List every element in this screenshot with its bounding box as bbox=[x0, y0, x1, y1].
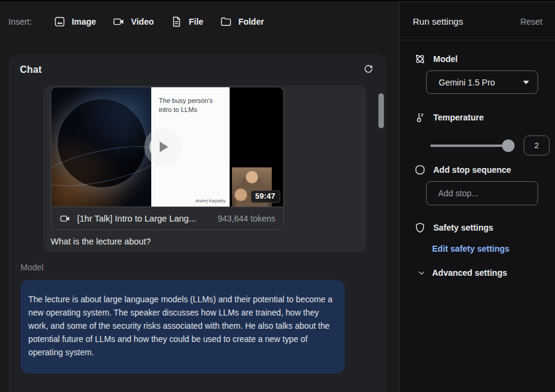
chevron-down-icon bbox=[416, 268, 426, 278]
model-setting-row: Model bbox=[400, 53, 555, 65]
safety-setting-label: Safety settings bbox=[433, 223, 494, 232]
temperature-setting-label: Temperature bbox=[433, 113, 484, 122]
videocam-icon bbox=[59, 213, 71, 225]
insert-folder-label: Folder bbox=[238, 17, 264, 26]
temperature-setting-row: Temperature bbox=[400, 111, 555, 123]
temperature-slider-track[interactable] bbox=[430, 145, 513, 147]
video-icon bbox=[113, 16, 125, 28]
video-attachment-card[interactable]: The busy person's intro to LLMs Andrej K… bbox=[51, 87, 284, 230]
slide-author-text: Andrej Karpathy bbox=[195, 199, 225, 203]
model-selected-value: Gemini 1.5 Pro bbox=[439, 78, 495, 87]
temperature-slider-handle[interactable] bbox=[502, 139, 515, 152]
safety-setting-row: Safety settings bbox=[400, 222, 555, 234]
insert-file-label: File bbox=[189, 17, 203, 26]
chat-scroll-area: The busy person's intro to LLMs Andrej K… bbox=[8, 86, 386, 392]
video-duration-badge: 59:47 bbox=[251, 190, 280, 203]
stop-sequence-input[interactable] bbox=[426, 181, 538, 205]
run-settings-title: Run settings bbox=[413, 16, 463, 26]
shield-icon bbox=[414, 222, 426, 234]
model-turn: Model The lecture is about large languag… bbox=[20, 263, 345, 373]
video-thumbnail[interactable]: The busy person's intro to LLMs Andrej K… bbox=[51, 87, 283, 207]
chevron-down-icon bbox=[523, 81, 529, 84]
stop-octagon-icon bbox=[414, 164, 426, 176]
insert-file-button[interactable]: File bbox=[171, 16, 203, 28]
window-top-edge bbox=[0, 0, 555, 2]
folder-icon bbox=[220, 16, 232, 28]
video-meta-row: [1hr Talk] Intro to Large Lang... 943,64… bbox=[51, 207, 283, 229]
model-select-dropdown[interactable]: Gemini 1.5 Pro bbox=[426, 70, 538, 94]
chat-scrollbar-thumb[interactable] bbox=[378, 93, 384, 128]
chat-panel: Chat bbox=[8, 54, 386, 392]
chat-header: Chat bbox=[8, 54, 386, 86]
user-question-text: What is the lecture about? bbox=[51, 237, 366, 246]
edit-safety-settings-link[interactable]: Edit safety settings bbox=[432, 244, 509, 254]
refresh-icon bbox=[363, 63, 374, 76]
chat-title: Chat bbox=[20, 64, 42, 75]
reset-button[interactable]: Reset bbox=[520, 17, 542, 26]
main-content-area: Insert: Image Video bbox=[0, 3, 400, 392]
safety-section: Safety settings Edit safety settings bbox=[400, 222, 555, 254]
image-icon bbox=[54, 16, 66, 28]
stop-setting-row: Add stop sequence bbox=[400, 164, 555, 176]
user-message-container: The busy person's intro to LLMs Andrej K… bbox=[43, 86, 366, 252]
insert-video-button[interactable]: Video bbox=[113, 16, 154, 28]
insert-image-label: Image bbox=[72, 17, 96, 26]
run-settings-panel: Run settings Reset Model Gemini 1.5 Pro bbox=[400, 3, 555, 392]
file-icon bbox=[171, 16, 183, 28]
model-icon bbox=[414, 53, 426, 65]
slide-title-text: The busy person's intro to LLMs bbox=[151, 87, 230, 114]
advanced-settings-toggle[interactable]: Advanced settings bbox=[400, 268, 555, 278]
temperature-slider-row: 2 bbox=[430, 135, 550, 155]
stop-sequence-section: Add stop sequence bbox=[400, 164, 555, 205]
refresh-chat-button[interactable] bbox=[360, 61, 377, 78]
video-title: [1hr Talk] Intro to Large Lang... bbox=[77, 214, 196, 223]
play-button[interactable] bbox=[144, 128, 181, 166]
model-role-label: Model bbox=[20, 263, 345, 272]
model-setting-label: Model bbox=[433, 54, 457, 64]
video-token-count: 943,644 tokens bbox=[218, 214, 275, 223]
insert-image-button[interactable]: Image bbox=[54, 16, 96, 28]
model-response-bubble: The lecture is about large language mode… bbox=[20, 280, 345, 373]
insert-toolbar: Insert: Image Video bbox=[0, 3, 399, 40]
insert-label: Insert: bbox=[8, 17, 32, 26]
stop-setting-label: Add stop sequence bbox=[433, 165, 511, 175]
temperature-icon bbox=[414, 111, 426, 123]
thumbnail-art-sphere bbox=[51, 87, 151, 207]
temperature-value-box[interactable]: 2 bbox=[524, 135, 550, 155]
play-icon bbox=[160, 142, 168, 152]
run-settings-header: Run settings Reset bbox=[400, 3, 555, 40]
insert-video-label: Video bbox=[131, 17, 154, 26]
insert-folder-button[interactable]: Folder bbox=[220, 16, 264, 28]
advanced-settings-label: Advanced settings bbox=[432, 268, 507, 278]
